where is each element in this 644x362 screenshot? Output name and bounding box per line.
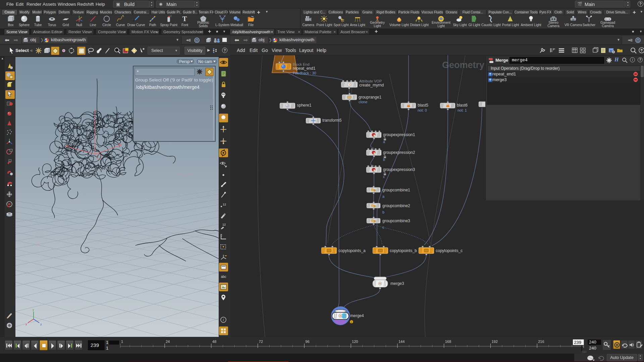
svg-text:1: 1 bbox=[121, 340, 123, 344]
svg-text:/obj/kitbashveingrowth/merge4: /obj/kitbashveingrowth/merge4 bbox=[136, 84, 200, 90]
svg-text:blast5: blast5 bbox=[418, 103, 428, 108]
svg-text:x: x bbox=[25, 323, 27, 326]
svg-text:groupexpression3: groupexpression3 bbox=[383, 167, 415, 172]
svg-text:z: z bbox=[40, 323, 42, 326]
svg-text:*: * bbox=[137, 69, 139, 74]
svg-text:12: 12 bbox=[222, 223, 226, 226]
svg-text:b: b bbox=[383, 158, 385, 162]
svg-text:b: b bbox=[382, 210, 384, 214]
svg-text:merge4: merge4 bbox=[350, 313, 364, 318]
svg-text:repeat_end1: repeat_end1 bbox=[293, 66, 316, 71]
svg-text:192: 192 bbox=[491, 340, 497, 344]
svg-text:168: 168 bbox=[445, 340, 451, 344]
svg-text:Feedback : 30: Feedback : 30 bbox=[293, 71, 316, 75]
svg-text:Persp: Persp bbox=[179, 59, 190, 64]
svg-text:copytopoints_c: copytopoints_c bbox=[436, 248, 463, 253]
svg-text:12: 12 bbox=[223, 203, 226, 206]
svg-text:groupexpression2: groupexpression2 bbox=[383, 150, 415, 155]
svg-text:!: ! bbox=[351, 321, 352, 324]
svg-text:not: 0: not: 0 bbox=[418, 108, 427, 112]
svg-text:Geometry: Geometry bbox=[442, 60, 484, 70]
svg-text:96: 96 bbox=[305, 340, 309, 344]
svg-text:☃: ☃ bbox=[348, 83, 351, 86]
svg-text:120: 120 bbox=[352, 340, 358, 344]
svg-text:i: i bbox=[223, 318, 224, 322]
svg-text:48: 48 bbox=[212, 340, 216, 344]
svg-text:Group Select Off ('9 or Pad9': Group Select Off ('9 or Pad9' to toggle) bbox=[135, 77, 213, 82]
svg-text:merge3: merge3 bbox=[390, 281, 404, 286]
svg-text:not: 1: not: 1 bbox=[458, 108, 467, 112]
svg-text:T: T bbox=[182, 15, 187, 22]
svg-text:24: 24 bbox=[166, 340, 170, 344]
svg-text:groupcombine3: groupcombine3 bbox=[382, 219, 410, 223]
svg-text:y: y bbox=[33, 308, 34, 311]
svg-text:blast6: blast6 bbox=[457, 103, 468, 108]
svg-text:clone: clone bbox=[359, 100, 367, 104]
svg-text:216: 216 bbox=[538, 340, 544, 344]
svg-text:create_myrnd: create_myrnd bbox=[359, 83, 384, 87]
svg-text:a: a bbox=[382, 194, 385, 198]
svg-text:239: 239 bbox=[574, 340, 581, 345]
svg-text:72: 72 bbox=[259, 340, 263, 344]
svg-text:grouprange1: grouprange1 bbox=[359, 95, 381, 100]
svg-text:No cam: No cam bbox=[198, 59, 212, 64]
svg-text:transform5: transform5 bbox=[322, 118, 342, 123]
svg-text:144: 144 bbox=[398, 340, 405, 344]
svg-text:groupcombine1: groupcombine1 bbox=[382, 188, 410, 192]
svg-text:sphere1: sphere1 bbox=[297, 103, 312, 108]
svg-text:groupcombine2: groupcombine2 bbox=[382, 203, 410, 208]
svg-text:copytopoints_a: copytopoints_a bbox=[338, 248, 366, 253]
svg-text:groupexpression1: groupexpression1 bbox=[383, 132, 415, 137]
svg-text:copytopoints_b: copytopoints_b bbox=[390, 248, 417, 253]
svg-text:c: c bbox=[383, 175, 385, 179]
svg-text:a: a bbox=[383, 140, 385, 144]
svg-text:c: c bbox=[382, 225, 384, 229]
